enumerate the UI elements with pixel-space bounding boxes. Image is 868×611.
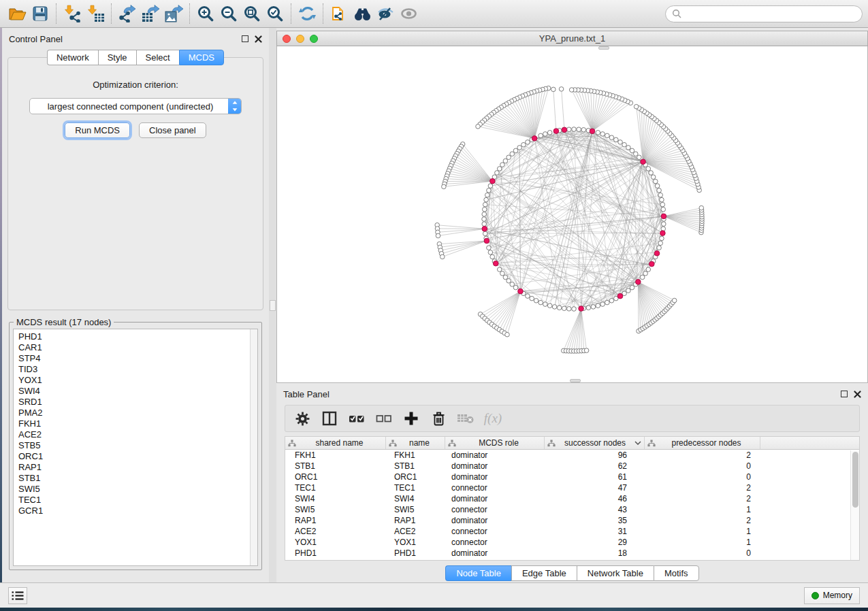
table-cell: SWI4 [386,493,445,504]
select-all-rows-icon[interactable] [348,410,366,427]
search-field[interactable] [665,5,863,22]
zoom-fit-button[interactable] [240,3,263,24]
table-cell: 29 [545,537,645,548]
table-cell: RAP1 [386,515,445,526]
table-row[interactable]: ACE2ACE2connector311 [285,526,859,537]
table-cell: 0 [645,461,760,472]
table-cell: 2 [645,450,760,461]
save-session-button[interactable] [29,3,52,24]
table-row[interactable]: STB1STB1dominator620 [285,461,859,472]
table-row[interactable]: TEC1TEC1connector472 [285,482,859,493]
table-cell: dominator [445,548,545,559]
table-row[interactable]: SWI5SWI5connector431 [285,504,859,515]
task-history-button[interactable] [8,587,27,604]
mcds-result-list: PHD1CAR1STP4TID3YOX1SWI4SRD1PMA2FKH1ACE2… [14,329,250,565]
open-file-button[interactable] [5,3,29,24]
zoom-in-button[interactable] [194,3,217,24]
deselect-all-rows-icon[interactable] [375,410,393,427]
table-row[interactable]: SWI4SWI4dominator462 [285,493,859,504]
search-input[interactable] [686,9,856,18]
table-cell: ORC1 [386,472,445,482]
table-cell: 46 [545,493,645,504]
network-graph-svg[interactable] [277,46,867,382]
tab-node-table[interactable]: Node Table [445,565,511,581]
close-panel-button[interactable]: Close panel [139,122,206,138]
export-network-icon [118,5,137,22]
table-panel-title: Table Panel [283,389,329,399]
zoom-selected-button[interactable] [263,3,287,24]
optimization-criterion-select[interactable]: largest connected component (undirected) [29,98,242,114]
refresh-button[interactable] [295,3,319,24]
result-node-item: ORC1 [18,451,250,462]
column-header-name[interactable]: name [386,437,445,449]
table-row[interactable]: ORC1ORC1dominator610 [285,472,859,482]
zoom-out-button[interactable] [217,3,240,24]
close-table-panel-icon[interactable] [854,391,861,398]
desktop-wallpaper-edge [0,608,868,611]
search-binoculars-button[interactable] [351,3,374,24]
table-settings-gear-icon[interactable] [293,410,311,427]
canvas-top-grip[interactable] [598,46,609,50]
result-node-item: YOX1 [18,375,250,386]
splitter-grip[interactable] [270,300,276,311]
share-document-button[interactable] [327,3,351,24]
control-panel-title: Control Panel [9,34,63,44]
table-cell: ORC1 [285,472,386,482]
memory-status-icon [811,592,819,599]
delete-column-icon[interactable] [430,410,447,427]
mcds-result-box: MCDS result (17 nodes) PHD1CAR1STP4TID3Y… [9,317,262,570]
float-table-panel-icon[interactable] [841,391,848,397]
table-panel-tabs: Node TableEdge TableNetwork TableMotifs [276,565,868,581]
table-cell: SWI4 [285,493,386,504]
column-header-successor-nodes[interactable]: successor nodes [545,437,645,449]
table-cell: dominator [445,450,545,461]
add-column-icon[interactable] [402,410,420,427]
table-cell: 1 [645,537,760,548]
tab-select[interactable]: Select [136,50,179,65]
tab-network-table[interactable]: Network Table [577,565,654,581]
optimization-criterion-label: Optimization criterion: [8,80,263,90]
table-row[interactable]: PHD1PHD1dominator180 [285,548,859,559]
result-node-item: STP4 [18,353,250,364]
panel-splitter[interactable] [269,28,276,582]
result-node-item: PHD1 [18,331,250,342]
memory-button[interactable]: Memory [804,587,860,604]
close-panel-icon[interactable] [255,35,262,43]
result-node-item: SRD1 [18,397,250,408]
import-table-button[interactable] [84,3,107,24]
share-document-icon [331,5,348,23]
tab-style[interactable]: Style [98,50,136,65]
import-network-button[interactable] [61,3,84,24]
result-list-scrollbar[interactable] [250,329,257,565]
float-panel-icon[interactable] [242,35,248,42]
export-table-button[interactable] [139,3,162,24]
table-row[interactable]: RAP1RAP1dominator352 [285,515,859,526]
fx-label: f(x) [484,411,502,426]
network-window-titlebar[interactable]: YPA_prune.txt_1 [276,31,868,46]
export-image-button[interactable] [162,3,185,24]
column-header-shared-name[interactable]: shared name [285,437,386,449]
hide-details-button[interactable] [374,3,397,24]
run-mcds-button[interactable]: Run MCDS [65,122,130,138]
network-canvas[interactable] [276,46,868,383]
tab-edge-table[interactable]: Edge Table [511,565,577,581]
eye-slash-icon [376,5,394,22]
table-header-row: shared namenameMCDS rolesuccessor nodesp… [285,437,859,450]
column-header-predecessor-nodes[interactable]: predecessor nodes [645,437,760,449]
column-type-icon [647,440,656,447]
network-view-window: YPA_prune.txt_1 [276,31,868,383]
table-row[interactable]: YOX1YOX1connector291 [285,537,859,548]
export-network-button[interactable] [116,3,139,24]
show-columns-icon[interactable] [321,410,338,427]
tab-motifs[interactable]: Motifs [654,565,699,581]
tab-network[interactable]: Network [47,50,98,65]
main-toolbar [0,0,868,28]
show-graphics-details-button[interactable] [397,3,420,24]
column-header-MCDS-role[interactable]: MCDS role [445,437,545,449]
table-row[interactable]: FKH1FKH1dominator962 [285,450,859,461]
table-scrollbar-thumb[interactable] [852,452,858,508]
canvas-bottom-grip[interactable] [570,379,581,382]
table-scrollbar[interactable] [850,450,859,560]
memory-label: Memory [823,591,852,600]
tab-mcds[interactable]: MCDS [179,50,224,65]
